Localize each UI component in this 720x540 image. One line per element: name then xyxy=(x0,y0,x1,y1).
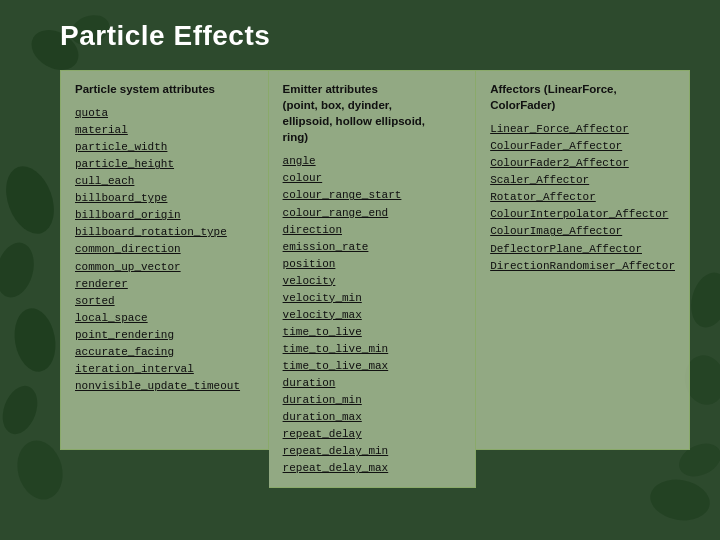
list-item[interactable]: colour xyxy=(283,170,462,187)
list-item[interactable]: DirectionRandomiser_Affector xyxy=(490,258,675,275)
list-item[interactable]: nonvisible_update_timeout xyxy=(75,378,254,395)
list-item[interactable]: accurate_facing xyxy=(75,344,254,361)
list-item[interactable]: sorted xyxy=(75,293,254,310)
list-item[interactable]: colour_range_end xyxy=(283,205,462,222)
list-item[interactable]: repeat_delay_max xyxy=(283,460,462,477)
emitter-column: Emitter attributes(point, box, dyinder,e… xyxy=(269,70,477,488)
list-item[interactable]: repeat_delay xyxy=(283,426,462,443)
affectors-header: Affectors (LinearForce,ColorFader) xyxy=(490,81,675,113)
list-item[interactable]: billboard_origin xyxy=(75,207,254,224)
list-item[interactable]: emission_rate xyxy=(283,239,462,256)
list-item[interactable]: time_to_live_max xyxy=(283,358,462,375)
list-item[interactable]: position xyxy=(283,256,462,273)
list-item[interactable]: billboard_rotation_type xyxy=(75,224,254,241)
list-item[interactable]: Scaler_Affector xyxy=(490,172,675,189)
list-item[interactable]: ColourInterpolator_Affector xyxy=(490,206,675,223)
list-item[interactable]: local_space xyxy=(75,310,254,327)
list-item[interactable]: common_up_vector xyxy=(75,259,254,276)
list-item[interactable]: duration_min xyxy=(283,392,462,409)
list-item[interactable]: angle xyxy=(283,153,462,170)
list-item[interactable]: Linear_Force_Affector xyxy=(490,121,675,138)
list-item[interactable]: direction xyxy=(283,222,462,239)
list-item[interactable]: time_to_live_min xyxy=(283,341,462,358)
list-item[interactable]: velocity_min xyxy=(283,290,462,307)
list-item[interactable]: renderer xyxy=(75,276,254,293)
iteration-interval-item[interactable]: iteration_interval xyxy=(75,361,254,378)
list-item[interactable]: duration_max xyxy=(283,409,462,426)
list-item[interactable]: ColourFader2_Affector xyxy=(490,155,675,172)
list-item[interactable]: particle_height xyxy=(75,156,254,173)
list-item[interactable]: ColourFader_Affector xyxy=(490,138,675,155)
list-item[interactable]: Rotator_Affector xyxy=(490,189,675,206)
particle-system-column: Particle system attributes quota materia… xyxy=(60,70,269,450)
list-item[interactable]: velocity_max xyxy=(283,307,462,324)
page-title: Particle Effects xyxy=(60,20,690,52)
list-item[interactable]: common_direction xyxy=(75,241,254,258)
emitter-header: Emitter attributes(point, box, dyinder,e… xyxy=(283,81,462,145)
list-item[interactable]: ColourImage_Affector xyxy=(490,223,675,240)
list-item[interactable]: quota xyxy=(75,105,254,122)
list-item[interactable]: time_to_live xyxy=(283,324,462,341)
list-item[interactable]: repeat_delay_min xyxy=(283,443,462,460)
list-item[interactable]: cull_each xyxy=(75,173,254,190)
particle-system-header: Particle system attributes xyxy=(75,81,254,97)
affectors-column: Affectors (LinearForce,ColorFader) Linea… xyxy=(476,70,690,450)
list-item[interactable]: duration xyxy=(283,375,462,392)
list-item[interactable]: billboard_type xyxy=(75,190,254,207)
list-item[interactable]: point_rendering xyxy=(75,327,254,344)
list-item[interactable]: particle_width xyxy=(75,139,254,156)
columns-container: Particle system attributes quota materia… xyxy=(60,70,690,488)
list-item[interactable]: material xyxy=(75,122,254,139)
list-item[interactable]: velocity xyxy=(283,273,462,290)
list-item[interactable]: DeflectorPlane_Affector xyxy=(490,241,675,258)
list-item[interactable]: colour_range_start xyxy=(283,187,462,204)
